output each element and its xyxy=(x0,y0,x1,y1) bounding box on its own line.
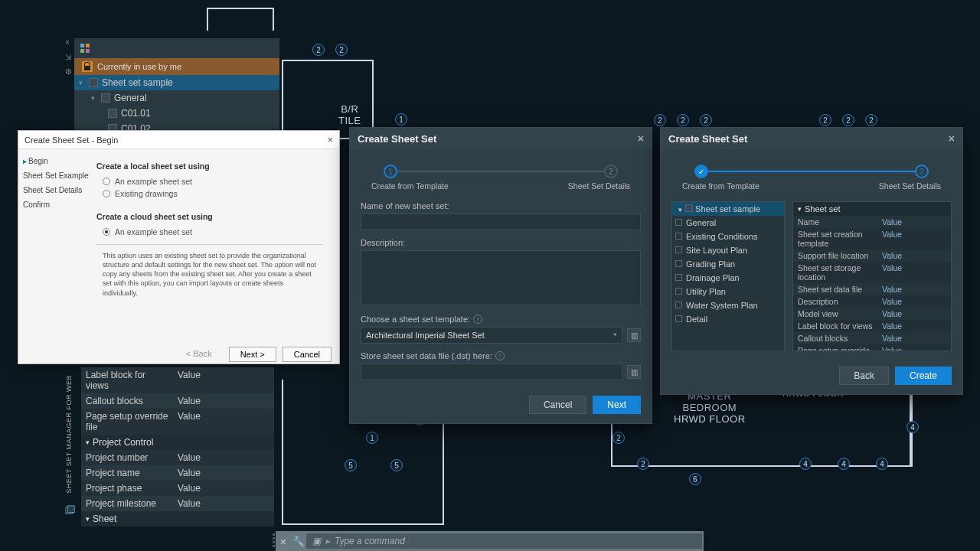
detail-row[interactable]: DescriptionValue xyxy=(793,295,951,308)
svg-rect-5 xyxy=(86,49,90,53)
modal-title: Create Sheet Set xyxy=(358,133,436,145)
wizard-steps: Begin Sheet Set Example Sheet Set Detail… xyxy=(18,149,96,342)
template-select[interactable]: Architectural Imperial Sheet Set▾ xyxy=(361,327,622,344)
prop-row[interactable]: Label block for viewsValue xyxy=(81,367,274,393)
prop-row[interactable]: Project milestoneValue xyxy=(81,496,274,511)
prop-row[interactable]: Callout blocksValue xyxy=(81,393,274,409)
info-icon[interactable]: i xyxy=(495,351,505,360)
section-cloud-heading: Create a cloud sheet set using xyxy=(96,212,328,221)
browse-path-button[interactable]: ▥ xyxy=(627,365,641,379)
step-1-indicator: 1 xyxy=(384,165,397,178)
chevron-down-icon: ▾ xyxy=(91,94,97,102)
sheetset-desc-input[interactable] xyxy=(361,250,641,305)
tree-item[interactable]: Grading Plan xyxy=(672,257,784,271)
step-1-label: Create from Template xyxy=(682,181,760,191)
prop-row[interactable]: Page setup override fileValue xyxy=(81,409,274,435)
create-button[interactable]: Create xyxy=(895,367,952,385)
wizard-step-details[interactable]: Sheet Set Details xyxy=(23,186,92,194)
svg-rect-1 xyxy=(68,506,75,513)
section-local-heading: Create a local sheet set using xyxy=(96,161,328,171)
wizard-title: Create Sheet Set - Begin xyxy=(24,135,118,145)
gear-icon[interactable]: ⚙ xyxy=(65,67,74,76)
tree-item[interactable]: Detail xyxy=(672,312,784,326)
tree-item[interactable]: Water System Plan xyxy=(672,298,784,312)
tree-item[interactable]: Drainage Plan xyxy=(672,271,784,285)
tree-root[interactable]: ▾ Sheet set sample xyxy=(672,202,784,216)
section-project-control[interactable]: ▾Project Control xyxy=(81,435,274,450)
back-button: < Back xyxy=(175,347,223,362)
subset-icon xyxy=(101,93,110,103)
radio-example-sheetset[interactable]: An example sheet set xyxy=(103,177,328,186)
tree-group[interactable]: ▾ General xyxy=(74,90,279,106)
close-icon[interactable]: × xyxy=(638,132,644,145)
create-sheetset-wizard: Create Sheet Set - Begin × Begin Sheet S… xyxy=(18,130,340,364)
wizard-step-confirm[interactable]: Confirm xyxy=(23,201,92,209)
tree-group-label: General xyxy=(114,93,147,103)
tree-root[interactable]: ▾ Sheet set sample xyxy=(74,75,279,90)
step-2-label: Sheet Set Details xyxy=(879,181,941,191)
command-input[interactable]: ▣ ▸ Type a command xyxy=(306,533,702,549)
detail-row[interactable]: Sheet set storage locationValue xyxy=(793,262,951,283)
close-icon[interactable]: × xyxy=(949,132,955,145)
stepper: 2 xyxy=(694,165,929,178)
prop-row[interactable]: Project nameValue xyxy=(81,465,274,481)
wrench-icon[interactable]: 🔧 xyxy=(291,536,306,547)
tree-sheet[interactable]: C01.01 xyxy=(74,106,279,121)
prop-row[interactable]: Project phaseValue xyxy=(81,481,274,496)
pin-icon[interactable]: ⇲ xyxy=(65,53,74,61)
command-bar: × 🔧 ▣ ▸ Type a command xyxy=(276,531,704,551)
palette-title: SHEET SET MANAGER FOR WEB xyxy=(65,375,73,494)
sheetset-properties: Label block for viewsValueCallout blocks… xyxy=(81,367,274,527)
detail-row[interactable]: Page setup override fileValue xyxy=(793,344,951,351)
close-icon[interactable]: × xyxy=(65,38,74,47)
section-sheet[interactable]: ▾Sheet xyxy=(81,511,274,527)
sheetset-icon[interactable] xyxy=(65,505,76,516)
cancel-button[interactable]: Cancel xyxy=(283,347,332,362)
template-tree[interactable]: ▾ Sheet set sample GeneralExisting Condi… xyxy=(671,201,785,351)
detail-header[interactable]: ▾Sheet set xyxy=(793,202,951,216)
svg-rect-2 xyxy=(80,44,84,47)
next-button[interactable]: Next > xyxy=(229,347,276,362)
cancel-button[interactable]: Cancel xyxy=(529,396,586,414)
detail-row[interactable]: Label block for viewsValue xyxy=(793,320,951,332)
sheetset-detail-table: ▾Sheet set NameValueSheet set creation t… xyxy=(792,201,952,351)
prop-row[interactable]: Project numberValue xyxy=(81,450,274,465)
detail-row[interactable]: NameValue xyxy=(793,216,951,228)
chevron-down-icon: ▾ xyxy=(79,79,85,86)
detail-row[interactable]: Support file locationValue xyxy=(793,249,951,262)
detail-row[interactable]: Model viewValue xyxy=(793,308,951,320)
detail-row[interactable]: Sheet set data fileValue xyxy=(793,283,951,295)
store-path-input[interactable] xyxy=(361,364,622,380)
stepper: 1 2 xyxy=(384,165,618,178)
detail-row[interactable]: Callout blocksValue xyxy=(793,332,951,344)
lock-banner: Currently in use by me xyxy=(74,58,279,75)
tree-item[interactable]: Existing Conditions xyxy=(672,230,784,243)
radio-existing-drawings[interactable]: Existing drawings xyxy=(103,189,328,198)
step-2-indicator: 2 xyxy=(915,165,929,178)
modal-title: Create Sheet Set xyxy=(668,133,747,145)
tree-item[interactable]: Site Layout Plan xyxy=(672,243,784,257)
sheetset-name-input[interactable] xyxy=(361,214,641,230)
tree-item[interactable]: General xyxy=(672,216,784,230)
step-2-label: Sheet Set Details xyxy=(568,181,630,191)
sheet-icon xyxy=(108,109,117,118)
next-button[interactable]: Next xyxy=(593,396,641,414)
tree-root-label: Sheet set sample xyxy=(102,77,173,88)
detail-row[interactable]: Sheet set creation templateValue xyxy=(793,228,951,249)
close-icon[interactable]: × xyxy=(327,134,333,145)
close-icon[interactable]: × xyxy=(276,535,291,548)
browse-template-button[interactable]: ▥ xyxy=(627,328,641,342)
radio-cloud-example[interactable]: An example sheet set xyxy=(103,227,328,236)
info-icon[interactable]: i xyxy=(473,315,482,324)
step-1-indicator xyxy=(694,165,708,178)
create-sheetset-modal-step2: Create Sheet Set × 2 Create from Templat… xyxy=(660,127,963,395)
wizard-step-example[interactable]: Sheet Set Example xyxy=(23,171,92,180)
back-button[interactable]: Back xyxy=(839,367,889,385)
command-placeholder: Type a command xyxy=(335,536,405,546)
tree-sheet-label: C01.01 xyxy=(121,108,151,119)
sheetset-palette-icon xyxy=(79,42,91,54)
svg-rect-4 xyxy=(80,49,84,53)
wizard-step-begin[interactable]: Begin xyxy=(23,157,92,165)
sheetset-tree-panel: Currently in use by me ▾ Sheet set sampl… xyxy=(74,38,279,136)
tree-item[interactable]: Utility Plan xyxy=(672,285,784,298)
